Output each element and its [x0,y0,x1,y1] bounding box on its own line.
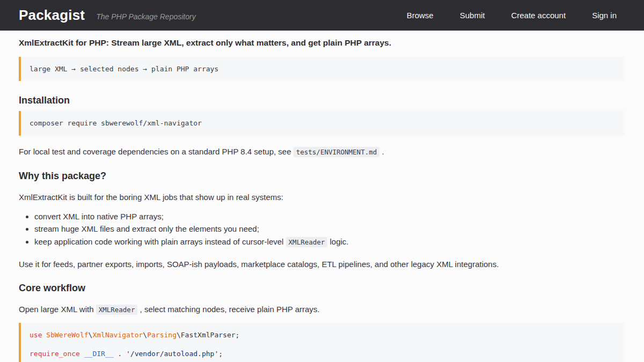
package-intro-heading: XmlExtractKit for PHP: Stream large XML,… [19,38,625,47]
pipeline-code-block: large XML → selected nodes → plain PHP a… [19,57,625,81]
composer-command-code-block: composer require sbwerewolf/xml-navigato… [19,111,625,135]
workflow-intro-text: Open large XML with [19,305,96,314]
bullet-3-text: keep application code working with plain… [34,237,286,246]
why-outro: Use it for feeds, partner exports, impor… [19,260,625,269]
nav-browse-link[interactable]: Browse [398,6,442,25]
why-intro: XmlExtractKit is built for the boring XM… [19,193,625,202]
installation-note-period: . [379,147,384,156]
nav-sign-in-link[interactable]: Sign in [583,6,625,25]
list-item: keep application code working with plain… [34,235,625,249]
readme-content: XmlExtractKit for PHP: Stream large XML,… [0,31,644,362]
xmlreader-inline-code: XMLReader [286,237,328,247]
feature-list: convert XML into native PHP arrays; stre… [19,210,625,249]
workflow-intro: Open large XML with XMLReader , select m… [19,305,625,314]
installation-heading: Installation [19,95,625,106]
site-header: Packagist The PHP Package Repository Bro… [0,0,644,31]
why-heading: Why this package? [19,171,625,181]
nav-create-account-link[interactable]: Create account [502,6,574,25]
installation-note-text: For local test and coverage dependencies… [19,147,294,156]
php-example-code-block: use SbWereWolf\XmlNavigator\Parsing\Fast… [19,323,625,362]
list-item: stream huge XML files and extract only t… [34,223,625,235]
bullet-3-tail: logic. [327,237,348,246]
list-item: convert XML into native PHP arrays; [34,210,625,223]
xmlreader-inline-code: XMLReader [96,305,138,315]
header-nav: Browse Submit Create account Sign in [389,6,625,25]
core-workflow-heading: Core workflow [19,283,625,293]
packagist-logo[interactable]: Packagist [19,7,85,24]
workflow-intro-tail: , select matching nodes, receive plain P… [137,305,319,314]
nav-submit-link[interactable]: Submit [451,6,494,25]
site-tagline: The PHP Package Repository [96,12,195,21]
installation-note: For local test and coverage dependencies… [19,147,625,157]
environment-md-inline-code: tests/ENVIRONMENT.md [294,147,380,157]
